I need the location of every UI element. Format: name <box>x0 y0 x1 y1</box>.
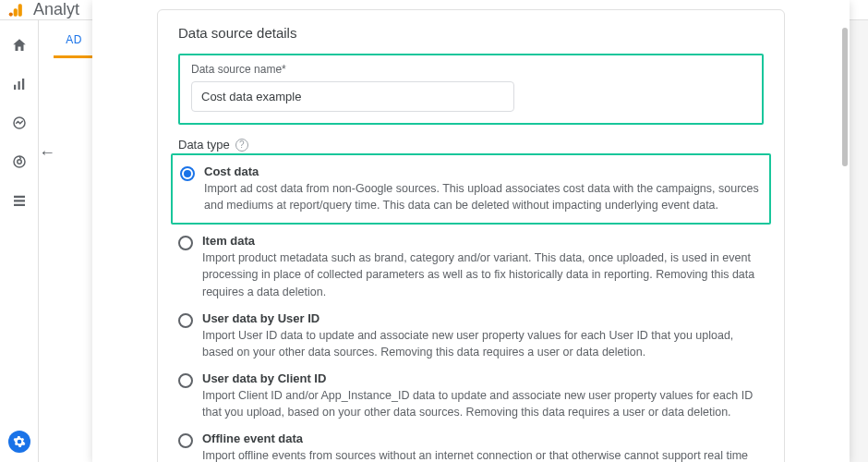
data-source-details-card: Data source details Data source name* Da… <box>157 9 785 462</box>
scrollbar[interactable] <box>840 28 850 453</box>
svg-point-7 <box>14 156 25 167</box>
svg-rect-4 <box>18 81 19 90</box>
radio-description: Import Client ID and/or App_Instance_ID … <box>202 387 764 420</box>
svg-rect-3 <box>14 85 16 90</box>
radio-title: User data by Client ID <box>202 371 764 385</box>
svg-rect-1 <box>14 8 18 16</box>
radio-description: Import User ID data to update and associ… <box>202 327 764 360</box>
card-title: Data source details <box>178 25 764 41</box>
explore-icon[interactable] <box>11 115 28 131</box>
svg-rect-9 <box>14 196 25 198</box>
data-type-label: Data type <box>178 138 230 152</box>
data-source-modal: Data source details Data source name* Da… <box>92 0 850 462</box>
data-type-radio-group: Cost data Import ad cost data from non-G… <box>178 153 764 462</box>
radio-title: Offline event data <box>202 432 764 445</box>
svg-point-2 <box>9 12 13 16</box>
help-icon[interactable]: ? <box>235 139 248 152</box>
secondary-column: AD <box>39 20 94 462</box>
radio-option-0[interactable]: Cost data Import ad cost data from non-G… <box>180 159 762 219</box>
tab-admin[interactable]: AD <box>54 20 94 58</box>
radio-button[interactable] <box>178 433 193 448</box>
home-icon[interactable] <box>11 37 28 54</box>
radio-button[interactable] <box>180 166 195 181</box>
back-arrow-icon[interactable]: ← <box>39 143 55 163</box>
radio-button[interactable] <box>178 236 193 250</box>
data-source-name-input[interactable] <box>191 81 514 112</box>
reports-icon[interactable] <box>11 76 28 92</box>
app-title: Analyt <box>33 0 79 19</box>
scrollbar-thumb[interactable] <box>842 28 848 166</box>
svg-rect-10 <box>14 200 25 201</box>
radio-button[interactable] <box>178 313 193 328</box>
radio-option-1[interactable]: Item data Import product metadata such a… <box>178 228 764 305</box>
left-nav-rail <box>0 20 39 462</box>
radio-description: Import ad cost data from non-Google sour… <box>204 180 762 213</box>
analytics-logo-icon <box>7 1 26 19</box>
radio-title: User data by User ID <box>202 311 764 325</box>
radio-option-3[interactable]: User data by Client ID Import Client ID … <box>178 366 764 426</box>
radio-title: Item data <box>202 234 764 248</box>
admin-gear-button[interactable] <box>8 431 30 453</box>
advertising-icon[interactable] <box>11 153 28 170</box>
svg-point-8 <box>17 160 21 164</box>
svg-rect-11 <box>14 204 25 206</box>
radio-button[interactable] <box>178 373 193 388</box>
data-source-name-label: Data source name* <box>191 63 751 76</box>
radio-option-2[interactable]: User data by User ID Import User ID data… <box>178 306 764 366</box>
data-source-name-section: Data source name* <box>178 54 764 125</box>
svg-rect-5 <box>22 79 24 90</box>
radio-title: Cost data <box>204 164 762 178</box>
svg-rect-0 <box>18 4 22 16</box>
data-type-heading: Data type ? <box>178 138 764 152</box>
radio-description: Import product metadata such as brand, c… <box>202 249 764 299</box>
radio-option-4[interactable]: Offline event data Import offline events… <box>178 426 764 462</box>
configure-icon[interactable] <box>11 192 28 209</box>
radio-description: Import offline events from sources witho… <box>202 447 764 462</box>
